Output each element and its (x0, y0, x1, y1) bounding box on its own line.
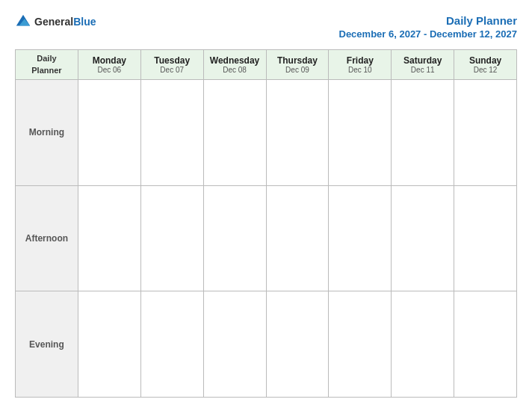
logo-area: GeneralBlue (15, 13, 96, 30)
col-header-fri: Friday Dec 10 (329, 50, 392, 80)
col-header-sat: Saturday Dec 11 (392, 50, 454, 80)
row-evening: Evening (16, 291, 517, 398)
cell-afternoon-fri[interactable] (329, 185, 392, 291)
logo-icon (15, 13, 31, 30)
col-header-label: Daily Planner (16, 50, 78, 80)
col-header-thu: Thursday Dec 09 (266, 50, 329, 80)
cell-evening-tue[interactable] (140, 291, 203, 398)
col-header-wed: Wednesday Dec 08 (203, 50, 266, 80)
cell-afternoon-mon[interactable] (78, 185, 140, 291)
cell-evening-fri[interactable] (329, 291, 392, 398)
page: GeneralBlue Daily Planner December 6, 20… (0, 0, 532, 411)
col-header-sun: Sunday Dec 12 (454, 50, 517, 80)
cell-morning-thu[interactable] (266, 80, 329, 186)
cell-afternoon-tue[interactable] (140, 185, 203, 291)
cell-morning-wed[interactable] (203, 80, 266, 186)
cell-morning-fri[interactable] (329, 80, 392, 186)
cell-evening-mon[interactable] (78, 291, 140, 398)
cell-morning-mon[interactable] (78, 80, 140, 186)
row-label-morning: Morning (16, 80, 78, 186)
header-right: Daily Planner December 6, 2027 - Decembe… (339, 13, 518, 40)
cell-evening-sat[interactable] (392, 291, 454, 398)
cell-morning-tue[interactable] (140, 80, 203, 186)
logo-blue: Blue (73, 16, 96, 28)
header-row: Daily Planner Monday Dec 06 Tuesday Dec … (16, 50, 517, 80)
cell-morning-sun[interactable] (454, 80, 517, 186)
cell-evening-wed[interactable] (203, 291, 266, 398)
logo-text: GeneralBlue (34, 15, 96, 28)
cell-afternoon-wed[interactable] (203, 185, 266, 291)
planner-title: Daily Planner (339, 13, 518, 28)
header: GeneralBlue Daily Planner December 6, 20… (15, 13, 517, 40)
planner-table: Daily Planner Monday Dec 06 Tuesday Dec … (15, 49, 517, 398)
row-morning: Morning (16, 80, 517, 186)
cell-evening-thu[interactable] (266, 291, 329, 398)
row-label-afternoon: Afternoon (16, 185, 78, 291)
cell-afternoon-sat[interactable] (392, 185, 454, 291)
cell-afternoon-sun[interactable] (454, 185, 517, 291)
col-header-mon: Monday Dec 06 (78, 50, 140, 80)
row-afternoon: Afternoon (16, 185, 517, 291)
cell-afternoon-thu[interactable] (266, 185, 329, 291)
row-label-evening: Evening (16, 291, 78, 398)
cell-evening-sun[interactable] (454, 291, 517, 398)
col-header-tue: Tuesday Dec 07 (140, 50, 203, 80)
logo-general: General (34, 16, 73, 28)
cell-morning-sat[interactable] (392, 80, 454, 186)
planner-dates: December 6, 2027 - December 12, 2027 (339, 28, 518, 41)
